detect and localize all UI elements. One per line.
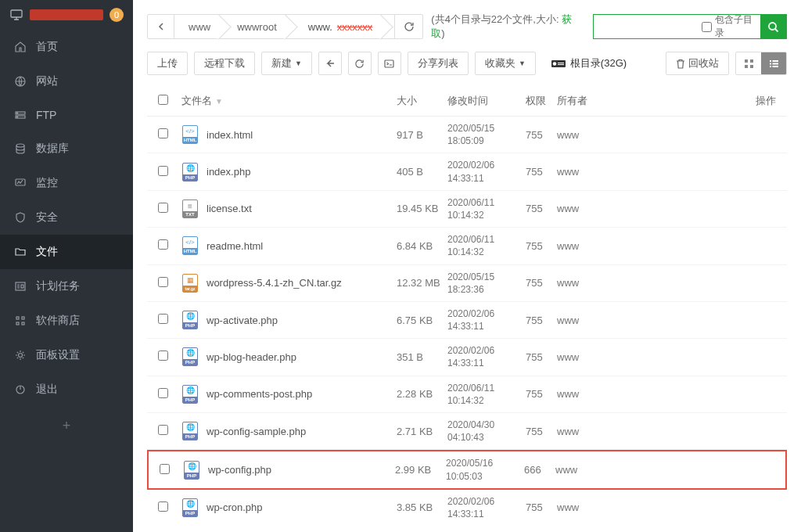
sidebar-item-store[interactable]: 软件商店 <box>0 304 133 338</box>
table-row[interactable]: wp-comments-post.php2.28 KB2020/06/1110:… <box>147 376 787 413</box>
svg-rect-24 <box>745 65 748 68</box>
file-owner: www <box>557 388 745 400</box>
nav-back-button[interactable] <box>148 15 174 38</box>
search-button[interactable] <box>760 15 786 38</box>
file-date: 2020/05/1518:05:09 <box>447 122 526 147</box>
sidebar-item-label: 退出 <box>36 383 58 397</box>
row-checkbox[interactable] <box>158 128 168 138</box>
crumb-wwwroot[interactable]: wwwroot <box>223 15 289 38</box>
row-checkbox[interactable] <box>158 314 168 324</box>
svg-rect-9 <box>21 285 23 288</box>
sidebar-item-monitor[interactable]: 监控 <box>0 166 133 200</box>
sidebar-item-folder[interactable]: 文件 <box>0 235 133 269</box>
include-subdir-label[interactable]: 包含子目录 <box>695 13 760 40</box>
col-size[interactable]: 大小 <box>397 94 447 108</box>
breadcrumb: www wwwroot www.xxxxxxx <box>147 14 423 39</box>
file-size: 12.32 MB <box>397 277 447 289</box>
file-owner: www <box>557 277 745 289</box>
crumb-www[interactable]: www <box>174 15 223 38</box>
sidebar-item-database[interactable]: 数据库 <box>0 131 133 166</box>
sidebar-item-gear[interactable]: 面板设置 <box>0 338 133 372</box>
row-checkbox[interactable] <box>158 350 168 361</box>
sidebar-item-shield[interactable]: 安全 <box>0 200 133 235</box>
terminal-button[interactable] <box>378 52 401 75</box>
list-view-button[interactable] <box>761 52 786 74</box>
table-row[interactable]: wp-cron.php3.85 KB2020/02/0614:33:11755w… <box>147 490 787 519</box>
favorites-button[interactable]: 收藏夹▼ <box>475 52 536 75</box>
row-checkbox[interactable] <box>158 501 168 512</box>
include-subdir-checkbox[interactable] <box>702 22 712 32</box>
row-checkbox[interactable] <box>158 239 168 250</box>
col-date[interactable]: 修改时间 <box>447 94 526 108</box>
notification-badge[interactable]: 0 <box>110 8 124 22</box>
file-html-icon <box>181 236 199 255</box>
reload-button[interactable] <box>394 15 422 38</box>
share-list-button[interactable]: 分享列表 <box>408 52 469 75</box>
file-date: 2020/04/3004:10:43 <box>447 419 526 444</box>
back-button[interactable] <box>318 52 342 75</box>
sidebar-item-label: 监控 <box>36 176 58 190</box>
remote-download-button[interactable]: 远程下载 <box>194 52 255 75</box>
sidebar-item-globe[interactable]: 网站 <box>0 64 133 99</box>
file-owner: www <box>557 166 745 178</box>
file-date: 2020/06/1110:14:32 <box>447 382 526 407</box>
sidebar-item-home[interactable]: 首页 <box>0 30 133 64</box>
table-row[interactable]: license.txt19.45 KB2020/06/1110:14:32755… <box>147 191 787 228</box>
table-row[interactable]: wp-config-sample.php2.71 KB2020/04/3004:… <box>147 413 787 450</box>
file-owner: www <box>555 464 743 476</box>
file-name: wp-cron.php <box>207 501 263 513</box>
table-row[interactable]: index.html917 B2020/05/1518:05:09755www <box>147 117 787 153</box>
file-size: 3.85 KB <box>397 501 447 513</box>
svg-rect-11 <box>22 317 24 319</box>
file-txt-icon <box>181 200 199 218</box>
file-gz-icon <box>181 274 199 293</box>
col-name[interactable]: 文件名▼ <box>181 94 397 108</box>
table-row[interactable]: readme.html6.84 KB2020/06/1110:14:32755w… <box>147 228 787 264</box>
file-name: wp-blog-header.php <box>207 351 296 363</box>
row-checkbox[interactable] <box>158 388 168 398</box>
row-checkbox[interactable] <box>158 277 168 287</box>
file-name: wordpress-5.4.1-zh_CN.tar.gz <box>207 277 342 289</box>
file-php-icon <box>181 347 199 366</box>
row-checkbox[interactable] <box>158 203 168 213</box>
add-menu-button[interactable]: + <box>0 407 133 445</box>
file-date: 2020/06/1110:14:32 <box>447 196 526 221</box>
sidebar-item-power[interactable]: 退出 <box>0 372 133 407</box>
new-button[interactable]: 新建▼ <box>261 52 312 75</box>
table-row[interactable]: wordpress-5.4.1-zh_CN.tar.gz12.32 MB2020… <box>147 265 787 302</box>
table-row[interactable]: wp-activate.php6.75 KB2020/02/0614:33:11… <box>147 302 787 339</box>
table-row[interactable]: wp-config.php2.99 KB2020/05/1610:05:0366… <box>147 450 787 489</box>
svg-rect-20 <box>558 63 564 63</box>
file-size: 2.71 KB <box>397 426 447 437</box>
file-date: 2020/02/0614:33:11 <box>447 344 526 369</box>
col-op: 操作 <box>745 94 776 108</box>
sidebar-item-ftp[interactable]: FTP <box>0 99 133 131</box>
table-row[interactable]: index.php405 B2020/02/0614:33:11755www <box>147 153 787 190</box>
file-php-icon <box>181 163 199 182</box>
grid-view-button[interactable] <box>736 52 761 74</box>
refresh-button[interactable] <box>348 52 372 75</box>
svg-point-6 <box>16 144 24 147</box>
svg-rect-25 <box>750 65 753 68</box>
crumb-current[interactable]: www.xxxxxxx <box>289 15 386 38</box>
root-dir[interactable]: 根目录(32G) <box>551 56 627 70</box>
server-name <box>30 9 103 20</box>
svg-rect-0 <box>11 10 22 17</box>
table-row[interactable]: wp-blog-header.php351 B2020/02/0614:33:1… <box>147 339 787 376</box>
sidebar-item-label: 安全 <box>36 210 58 225</box>
row-checkbox[interactable] <box>158 425 168 435</box>
search-input[interactable] <box>594 21 695 33</box>
row-checkbox[interactable] <box>158 166 168 176</box>
database-icon <box>14 142 27 155</box>
sidebar-item-label: 计划任务 <box>36 279 80 293</box>
svg-point-16 <box>769 23 776 30</box>
file-date: 2020/02/0614:33:11 <box>447 495 526 519</box>
sidebar-item-tasks[interactable]: 计划任务 <box>0 269 133 304</box>
row-checkbox[interactable] <box>160 464 170 474</box>
svg-rect-13 <box>22 322 24 325</box>
file-date: 2020/02/0614:33:11 <box>447 307 526 332</box>
upload-button[interactable]: 上传 <box>147 52 188 75</box>
trash-button[interactable]: 回收站 <box>666 52 729 75</box>
col-perm: 权限 <box>526 94 557 108</box>
select-all-checkbox[interactable] <box>158 95 168 105</box>
